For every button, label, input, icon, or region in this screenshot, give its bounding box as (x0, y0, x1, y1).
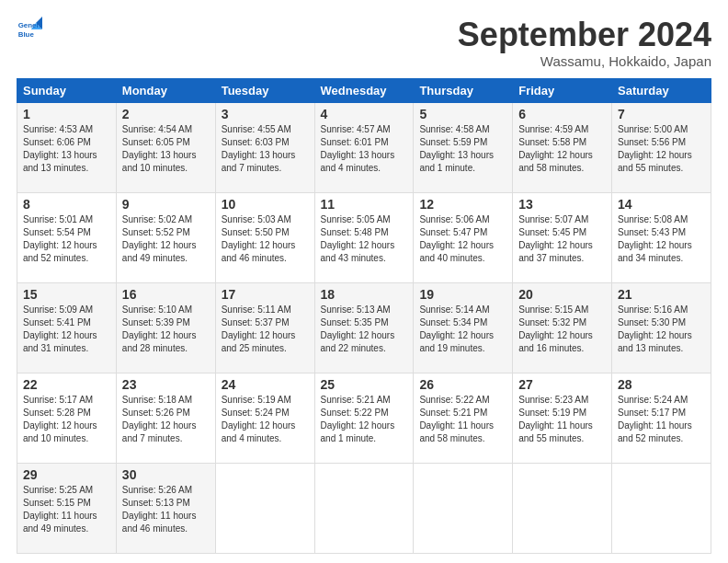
header-saturday: Saturday (612, 78, 711, 102)
day-number: 9 (122, 197, 210, 212)
day-number: 1 (23, 107, 110, 121)
calendar-cell: 19Sunrise: 5:14 AMSunset: 5:34 PMDayligh… (414, 282, 513, 373)
calendar-cell: 29Sunrise: 5:25 AMSunset: 5:15 PMDayligh… (17, 463, 117, 553)
cell-info: Sunrise: 5:03 AMSunset: 5:50 PMDaylight:… (222, 213, 309, 265)
calendar-cell: 7Sunrise: 5:00 AMSunset: 5:56 PMDaylight… (612, 102, 711, 192)
day-number: 8 (23, 197, 110, 212)
calendar-cell: 14Sunrise: 5:08 AMSunset: 5:43 PMDayligh… (612, 192, 711, 282)
calendar-cell (513, 463, 612, 553)
day-number: 18 (321, 287, 408, 302)
header-tuesday: Tuesday (215, 78, 314, 102)
day-number: 28 (618, 377, 705, 392)
cell-info: Sunrise: 5:13 AMSunset: 5:35 PMDaylight:… (321, 304, 408, 355)
day-number: 6 (518, 107, 606, 121)
cell-info: Sunrise: 4:55 AMSunset: 6:03 PMDaylight:… (222, 123, 309, 175)
cell-info: Sunrise: 5:17 AMSunset: 5:28 PMDaylight:… (23, 394, 110, 445)
calendar-cell (612, 463, 711, 553)
cell-info: Sunrise: 4:53 AMSunset: 6:06 PMDaylight:… (23, 123, 110, 175)
logo: General Blue (17, 17, 42, 42)
cell-info: Sunrise: 5:23 AMSunset: 5:19 PMDaylight:… (518, 394, 606, 445)
calendar-cell: 18Sunrise: 5:13 AMSunset: 5:35 PMDayligh… (314, 282, 414, 373)
calendar-cell: 11Sunrise: 5:05 AMSunset: 5:48 PMDayligh… (314, 192, 414, 282)
cell-info: Sunrise: 5:25 AMSunset: 5:15 PMDaylight:… (23, 484, 110, 535)
calendar-cell: 21Sunrise: 5:16 AMSunset: 5:30 PMDayligh… (612, 282, 711, 373)
header-wednesday: Wednesday (314, 78, 414, 102)
calendar-cell: 6Sunrise: 4:59 AMSunset: 5:58 PMDaylight… (513, 102, 612, 192)
header-thursday: Thursday (414, 78, 513, 102)
day-number: 29 (23, 467, 110, 482)
day-number: 27 (518, 377, 606, 392)
cell-info: Sunrise: 5:07 AMSunset: 5:45 PMDaylight:… (518, 213, 606, 265)
day-number: 5 (419, 107, 506, 121)
calendar-cell: 20Sunrise: 5:15 AMSunset: 5:32 PMDayligh… (513, 282, 612, 373)
calendar-cell: 22Sunrise: 5:17 AMSunset: 5:28 PMDayligh… (17, 373, 117, 463)
cell-info: Sunrise: 5:08 AMSunset: 5:43 PMDaylight:… (618, 213, 705, 265)
week-row-2: 8Sunrise: 5:01 AMSunset: 5:54 PMDaylight… (17, 192, 711, 282)
header-friday: Friday (513, 78, 612, 102)
header-row: SundayMondayTuesdayWednesdayThursdayFrid… (17, 78, 711, 102)
day-number: 23 (122, 377, 210, 392)
calendar-cell: 23Sunrise: 5:18 AMSunset: 5:26 PMDayligh… (116, 373, 215, 463)
calendar-cell: 10Sunrise: 5:03 AMSunset: 5:50 PMDayligh… (215, 192, 314, 282)
cell-info: Sunrise: 5:09 AMSunset: 5:41 PMDaylight:… (23, 304, 110, 355)
cell-info: Sunrise: 5:05 AMSunset: 5:48 PMDaylight:… (321, 213, 408, 265)
day-number: 4 (321, 107, 408, 121)
calendar-cell: 1Sunrise: 4:53 AMSunset: 6:06 PMDaylight… (17, 102, 117, 192)
day-number: 11 (321, 197, 408, 212)
cell-info: Sunrise: 5:10 AMSunset: 5:39 PMDaylight:… (122, 304, 210, 355)
calendar-cell: 4Sunrise: 4:57 AMSunset: 6:01 PMDaylight… (314, 102, 414, 192)
day-number: 25 (321, 377, 408, 392)
cell-info: Sunrise: 5:18 AMSunset: 5:26 PMDaylight:… (122, 394, 210, 445)
calendar-cell (215, 463, 314, 553)
cell-info: Sunrise: 5:00 AMSunset: 5:56 PMDaylight:… (618, 123, 705, 175)
day-number: 12 (419, 197, 506, 212)
cell-info: Sunrise: 5:14 AMSunset: 5:34 PMDaylight:… (419, 304, 506, 355)
day-number: 2 (122, 107, 210, 121)
week-row-5: 29Sunrise: 5:25 AMSunset: 5:15 PMDayligh… (17, 463, 711, 553)
cell-info: Sunrise: 5:26 AMSunset: 5:13 PMDaylight:… (122, 484, 210, 535)
day-number: 15 (23, 287, 110, 302)
header-sunday: Sunday (17, 78, 117, 102)
title-section: September 2024 Wassamu, Hokkaido, Japan (458, 17, 711, 69)
logo-icon: General Blue (17, 17, 42, 42)
cell-info: Sunrise: 5:02 AMSunset: 5:52 PMDaylight:… (122, 213, 210, 265)
cell-info: Sunrise: 5:15 AMSunset: 5:32 PMDaylight:… (518, 304, 606, 355)
day-number: 19 (419, 287, 506, 302)
calendar-cell: 17Sunrise: 5:11 AMSunset: 5:37 PMDayligh… (215, 282, 314, 373)
calendar-cell: 26Sunrise: 5:22 AMSunset: 5:21 PMDayligh… (414, 373, 513, 463)
week-row-1: 1Sunrise: 4:53 AMSunset: 6:06 PMDaylight… (17, 102, 711, 192)
cell-info: Sunrise: 4:54 AMSunset: 6:05 PMDaylight:… (122, 123, 210, 175)
day-number: 7 (618, 107, 705, 121)
cell-info: Sunrise: 5:06 AMSunset: 5:47 PMDaylight:… (419, 213, 506, 265)
day-number: 24 (222, 377, 309, 392)
header-monday: Monday (116, 78, 215, 102)
cell-info: Sunrise: 5:21 AMSunset: 5:22 PMDaylight:… (321, 394, 408, 445)
calendar-cell: 2Sunrise: 4:54 AMSunset: 6:05 PMDaylight… (116, 102, 215, 192)
calendar-cell: 25Sunrise: 5:21 AMSunset: 5:22 PMDayligh… (314, 373, 414, 463)
calendar-cell: 5Sunrise: 4:58 AMSunset: 5:59 PMDaylight… (414, 102, 513, 192)
day-number: 13 (518, 197, 606, 212)
day-number: 26 (419, 377, 506, 392)
week-row-3: 15Sunrise: 5:09 AMSunset: 5:41 PMDayligh… (17, 282, 711, 373)
day-number: 20 (518, 287, 606, 302)
cell-info: Sunrise: 5:19 AMSunset: 5:24 PMDaylight:… (222, 394, 309, 445)
day-number: 21 (618, 287, 705, 302)
day-number: 30 (122, 467, 210, 482)
week-row-4: 22Sunrise: 5:17 AMSunset: 5:28 PMDayligh… (17, 373, 711, 463)
day-number: 17 (222, 287, 309, 302)
calendar-cell: 3Sunrise: 4:55 AMSunset: 6:03 PMDaylight… (215, 102, 314, 192)
calendar-cell: 24Sunrise: 5:19 AMSunset: 5:24 PMDayligh… (215, 373, 314, 463)
cell-info: Sunrise: 5:24 AMSunset: 5:17 PMDaylight:… (618, 394, 705, 445)
calendar-cell: 15Sunrise: 5:09 AMSunset: 5:41 PMDayligh… (17, 282, 117, 373)
calendar-cell: 27Sunrise: 5:23 AMSunset: 5:19 PMDayligh… (513, 373, 612, 463)
calendar-cell (414, 463, 513, 553)
day-number: 10 (222, 197, 309, 212)
day-number: 16 (122, 287, 210, 302)
day-number: 14 (618, 197, 705, 212)
calendar-table: SundayMondayTuesdayWednesdayThursdayFrid… (17, 78, 711, 554)
cell-info: Sunrise: 5:11 AMSunset: 5:37 PMDaylight:… (222, 304, 309, 355)
calendar-cell: 30Sunrise: 5:26 AMSunset: 5:13 PMDayligh… (116, 463, 215, 553)
location: Wassamu, Hokkaido, Japan (458, 53, 711, 69)
day-number: 22 (23, 377, 110, 392)
day-number: 3 (222, 107, 309, 121)
